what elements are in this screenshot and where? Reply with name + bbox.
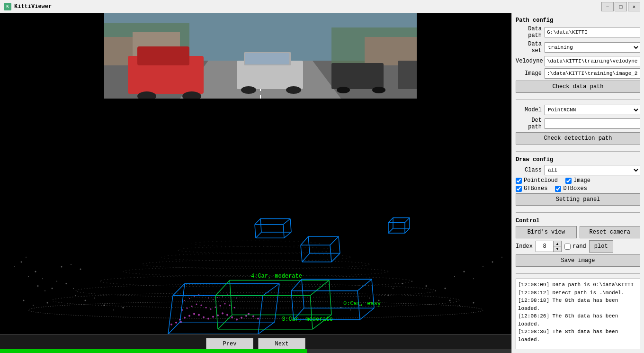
svg-point-103	[234, 307, 235, 308]
dataset-label: Data set	[516, 41, 542, 54]
birds-view-button[interactable]: Bird's view	[516, 226, 577, 238]
gtboxes-checkbox[interactable]	[516, 186, 522, 192]
log-entry: [12:08:26] The 8th data has been loaded.	[518, 312, 638, 328]
check-detection-path-button[interactable]: Check detection path	[516, 132, 640, 145]
svg-rect-21	[245, 53, 289, 64]
svg-point-38	[56, 281, 57, 281]
svg-point-66	[459, 305, 460, 306]
progress-bar-fill	[0, 349, 307, 353]
viewer-panel[interactable]: 4:Car, moderate 0:Car, easy 3:Car, moder…	[0, 13, 511, 353]
spinner-controls: ▲ ▼	[553, 241, 561, 252]
spinner-down-button[interactable]: ▼	[554, 246, 561, 252]
model-section: Model PointRCNN PointPillars SECOND Det …	[516, 105, 640, 146]
image-path-label: Image	[516, 70, 542, 77]
svg-point-102	[229, 305, 231, 306]
save-image-button[interactable]: Save image	[516, 254, 640, 267]
svg-point-58	[445, 288, 446, 289]
rand-checkbox-item[interactable]: rand	[564, 243, 586, 250]
svg-point-62	[411, 281, 412, 281]
svg-point-113	[227, 294, 228, 295]
svg-point-111	[217, 297, 218, 298]
svg-point-36	[35, 271, 36, 272]
rand-label: rand	[572, 243, 586, 250]
svg-point-19	[337, 87, 350, 93]
image-checkbox[interactable]	[565, 178, 572, 184]
data-path-row: Data path	[516, 26, 640, 39]
svg-point-98	[210, 308, 212, 310]
close-button[interactable]: ×	[628, 2, 640, 11]
next-button[interactable]: Next	[258, 338, 305, 350]
model-label: Model	[516, 107, 542, 113]
svg-rect-22	[0, 99, 511, 334]
svg-point-64	[393, 288, 394, 289]
svg-point-41	[23, 299, 25, 301]
divider-4	[516, 273, 640, 274]
svg-point-107	[198, 294, 199, 295]
svg-point-46	[94, 298, 95, 299]
svg-point-54	[71, 264, 72, 265]
svg-point-39	[66, 283, 67, 284]
image-row: Image	[516, 68, 640, 79]
spinner-up-button[interactable]: ▲	[554, 241, 561, 246]
progress-bar	[0, 349, 511, 353]
window-title: KittiViewer	[14, 3, 52, 10]
svg-point-90	[241, 317, 242, 318]
draw-config-section: Draw config Class all Car Pedestrian Cyc…	[516, 156, 640, 208]
svg-point-78	[184, 317, 186, 318]
svg-point-121	[257, 318, 259, 320]
svg-point-60	[464, 271, 465, 272]
control-title: Control	[516, 217, 640, 224]
pointcloud-checkbox-item[interactable]: Pointcloud	[516, 177, 558, 184]
det-path-row: Det path	[516, 117, 640, 130]
svg-point-49	[123, 307, 124, 308]
main-container: 4:Car, moderate 0:Car, easy 3:Car, moder…	[0, 13, 644, 353]
rand-checkbox[interactable]	[564, 244, 571, 250]
svg-point-70	[369, 298, 370, 299]
svg-point-83	[207, 318, 209, 320]
minimize-button[interactable]: −	[601, 2, 614, 11]
svg-point-45	[85, 299, 86, 301]
svg-point-84	[212, 316, 214, 317]
reset-camera-button[interactable]: Reset camera	[580, 226, 641, 238]
svg-point-15	[241, 86, 256, 94]
svg-point-106	[194, 296, 195, 297]
svg-point-20	[372, 87, 385, 93]
index-input[interactable]	[536, 241, 553, 252]
app-icon: K	[4, 3, 11, 10]
pointcloud-checkbox[interactable]	[516, 178, 522, 184]
camera-image	[104, 13, 417, 99]
svg-rect-17	[398, 61, 417, 89]
image-path-input[interactable]	[545, 68, 640, 79]
dataset-select[interactable]: training testing	[545, 42, 640, 53]
index-row: Index ▲ ▼ rand plot	[516, 240, 640, 253]
prev-button[interactable]: Prev	[206, 338, 253, 350]
title-bar: K KittiViewer − □ ×	[0, 0, 644, 13]
data-path-input[interactable]	[545, 27, 640, 37]
path-config-title: Path config	[516, 17, 640, 24]
check-data-path-button[interactable]: Check data path	[516, 81, 640, 93]
gtboxes-checkbox-item[interactable]: GTBoxes	[516, 185, 547, 192]
svg-point-116	[170, 324, 172, 326]
model-select[interactable]: PointRCNN PointPillars SECOND	[545, 105, 640, 115]
image-checkbox-item[interactable]: Image	[565, 177, 590, 184]
maximize-button[interactable]: □	[615, 2, 627, 11]
det-path-input[interactable]	[545, 118, 640, 129]
class-select[interactable]: all Car Pedestrian Cyclist	[545, 165, 640, 175]
setting-panel-button[interactable]: Setting panel	[516, 193, 640, 206]
svg-point-96	[201, 305, 202, 306]
svg-point-56	[426, 285, 427, 287]
svg-point-33	[45, 290, 45, 291]
velodyne-input[interactable]	[545, 56, 640, 66]
svg-point-94	[191, 306, 193, 307]
svg-point-115	[236, 298, 237, 299]
dtboxes-checkbox[interactable]	[555, 186, 561, 192]
divider-3	[516, 212, 640, 213]
svg-point-75	[492, 261, 493, 262]
data-path-label: Data path	[516, 26, 542, 39]
plot-button[interactable]: plot	[589, 240, 613, 253]
divider-1	[516, 100, 640, 100]
svg-point-16	[286, 86, 301, 94]
svg-point-74	[483, 266, 483, 267]
svg-point-51	[21, 261, 22, 262]
dtboxes-checkbox-item[interactable]: DTBoxes	[555, 185, 587, 192]
